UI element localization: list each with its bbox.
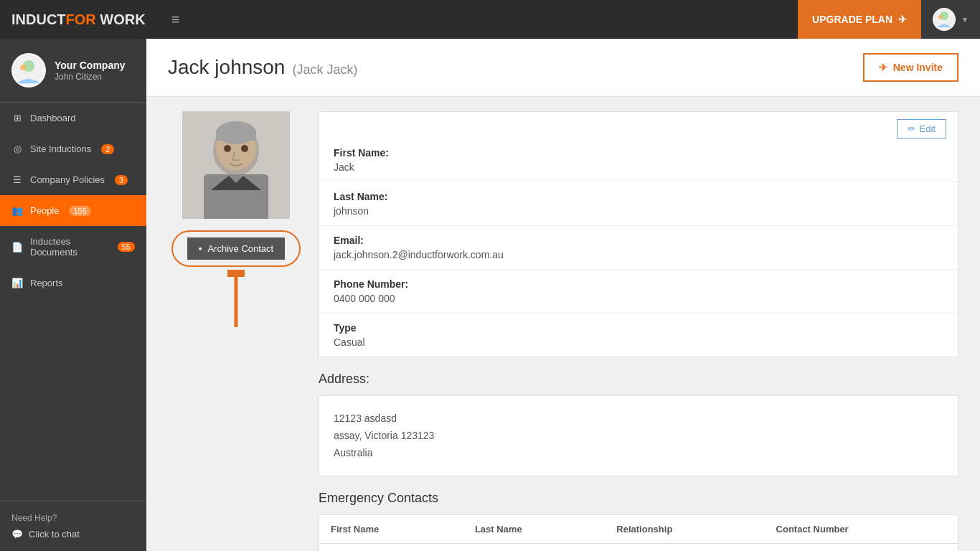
table-header-row: First Name Last Name Relationship Contac… (319, 515, 958, 544)
need-help-text: Need Help? (11, 513, 135, 523)
company-avatar (933, 8, 956, 31)
cell-last-name: asdasd (463, 544, 605, 551)
svg-point-2 (938, 15, 943, 19)
company-logo-button[interactable]: ▼ (921, 0, 980, 39)
document-icon: 📄 (11, 242, 23, 253)
col-first-name: First Name (319, 515, 463, 544)
logo: INDUCTFOR WORK (0, 0, 157, 39)
people-icon: 👥 (11, 205, 23, 216)
first-name-field: First Name: Jack (319, 138, 958, 182)
company-name: Your Company (55, 59, 126, 72)
address-section-title: Address: (319, 372, 958, 387)
dashboard-icon: ⊞ (11, 113, 23, 123)
logo-for: FOR (66, 11, 96, 27)
content-body: ▪ Archive Contact (146, 97, 980, 551)
sidebar-item-site-inductions[interactable]: ◎ Site Inductions 2 (0, 133, 146, 164)
last-name-label: Last Name: (334, 191, 943, 202)
email-label: Email: (334, 235, 943, 246)
sidebar-item-label: Company Policies (30, 174, 105, 185)
type-value: Casual (334, 336, 943, 348)
hamburger-button[interactable]: ≡ (157, 0, 194, 39)
upgrade-plan-button[interactable]: UPGRADE PLAN ✈ (798, 0, 921, 39)
first-name-label: First Name: (334, 147, 943, 159)
address-line2: assay, Victoria 123123 (334, 428, 943, 445)
address-line1: 12123 asdasd (334, 410, 943, 428)
archive-container: ▪ Archive Contact (171, 230, 301, 327)
click-to-chat-button[interactable]: 💬 Click to chat (11, 529, 135, 540)
col-contact-number: Contact Number (765, 515, 958, 544)
logo-text: INDUCTFOR WORK (11, 11, 146, 28)
sidebar-footer: Need Help? 💬 Click to chat (0, 501, 146, 551)
cell-relationship: asdasd (605, 544, 764, 551)
archive-arrow (227, 270, 245, 327)
sidebar-nav: ⊞ Dashboard ◎ Site Inductions 2 ☰ Compan… (0, 103, 146, 501)
col-relationship: Relationship (605, 515, 764, 544)
svg-rect-12 (216, 130, 256, 141)
page-header: Jack johnson (Jack Jack) ✈ New Invite (146, 39, 980, 97)
email-field: Email: jack.johnson.2@inductforwork.com.… (319, 226, 958, 270)
col-last-name: Last Name (463, 515, 605, 544)
archive-oval: ▪ Archive Contact (171, 230, 301, 267)
profile-info: Your Company John Citizen (55, 59, 126, 82)
badge: 55 (118, 242, 135, 252)
logo-work: WORK (96, 11, 146, 27)
sidebar-item-dashboard[interactable]: ⊞ Dashboard (0, 103, 146, 133)
sidebar-item-label: People (30, 205, 59, 216)
sidebar-item-label: Inductees Documents (30, 236, 108, 258)
archive-label: Archive Contact (207, 243, 273, 254)
sidebar-item-label: Site Inductions (30, 143, 91, 154)
avatar (11, 53, 46, 88)
badge: 155 (69, 206, 90, 216)
contact-photo (182, 111, 290, 219)
content: Jack johnson (Jack Jack) ✈ New Invite (146, 39, 980, 551)
cell-first-name: asasd (319, 544, 463, 551)
sidebar-item-company-policies[interactable]: ☰ Company Policies 3 (0, 164, 146, 195)
send-icon: ✈ (879, 62, 887, 73)
archive-contact-button[interactable]: ▪ Archive Contact (187, 237, 285, 260)
last-name-value: johnson (334, 205, 943, 217)
upgrade-plan-label: UPGRADE PLAN (812, 14, 892, 25)
policy-icon: ☰ (11, 174, 23, 185)
pencil-icon: ✏ (908, 123, 915, 134)
edit-label: Edit (920, 123, 936, 134)
svg-point-5 (20, 65, 26, 70)
phone-field: Phone Number: 0400 000 000 (319, 270, 958, 314)
emergency-section-title: Emergency Contacts (319, 491, 958, 506)
archive-icon: ▪ (199, 243, 202, 254)
sidebar-item-inductees-documents[interactable]: 📄 Inductees Documents 55 (0, 226, 146, 268)
address-card: 12123 asdasd assay, Victoria 123123 Aust… (319, 395, 958, 476)
location-icon: ◎ (11, 143, 23, 154)
address-line3: Australia (334, 445, 943, 462)
sidebar-item-label: Dashboard (30, 113, 76, 123)
chevron-down-icon: ▼ (961, 16, 969, 24)
first-name-value: Jack (334, 161, 943, 173)
new-invite-button[interactable]: ✈ New Invite (863, 53, 958, 82)
click-to-chat-label: Click to chat (29, 529, 80, 540)
new-invite-label: New Invite (893, 62, 943, 73)
info-card: ✏ Edit First Name: Jack Last Name: johns… (319, 111, 958, 357)
type-label: Type (334, 322, 943, 334)
right-panel: ✏ Edit First Name: Jack Last Name: johns… (319, 111, 958, 551)
type-field: Type Casual (319, 314, 958, 357)
badge: 3 (115, 175, 128, 185)
sidebar-profile: Your Company John Citizen (0, 39, 146, 103)
badge: 2 (101, 144, 114, 154)
edit-button[interactable]: ✏ Edit (897, 119, 946, 138)
reports-icon: 📊 (11, 278, 23, 288)
main-layout: Your Company John Citizen ⊞ Dashboard ◎ … (0, 39, 980, 551)
logo-induct: INDUCT (11, 11, 66, 27)
email-value: jack.johnson.2@inductforwork.com.au (334, 249, 943, 260)
svg-rect-9 (204, 174, 268, 219)
page-title: Jack johnson (168, 56, 285, 79)
table-row: asasd asdasd asdasd 12312312 (319, 544, 958, 551)
page-subtitle: (Jack Jack) (292, 62, 357, 77)
sidebar: Your Company John Citizen ⊞ Dashboard ◎ … (0, 39, 146, 551)
topbar-right: UPGRADE PLAN ✈ ▼ (798, 0, 980, 39)
phone-value: 0400 000 000 (334, 293, 943, 304)
page-title-wrap: Jack johnson (Jack Jack) (168, 56, 357, 79)
sidebar-item-reports[interactable]: 📊 Reports (0, 268, 146, 298)
user-name: John Citizen (55, 72, 126, 82)
sidebar-item-people[interactable]: 👥 People 155 (0, 195, 146, 226)
svg-point-14 (241, 145, 248, 152)
svg-point-13 (224, 145, 231, 152)
